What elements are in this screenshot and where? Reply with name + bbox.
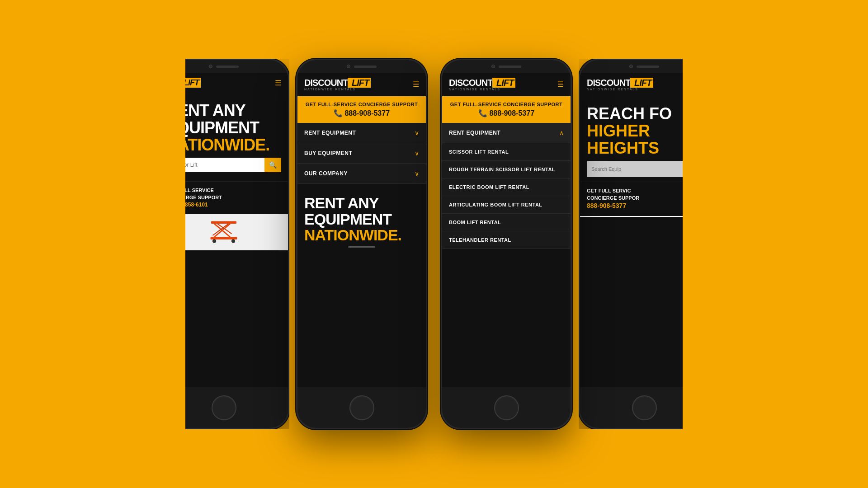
phone-4-top [580, 60, 708, 73]
concierge-text-4: GET FULL SERVIC CONCIERGE SUPPOR 888-908… [587, 188, 702, 210]
logo-wrap-3: DISCOUNT LIFT NATIONWIDE RENTALS [449, 78, 515, 91]
phone-3-bottom [442, 387, 571, 428]
phone-speaker-2 [354, 66, 377, 68]
phone-camera-2 [347, 65, 350, 68]
hamburger-icon-3[interactable]: ☰ [557, 81, 564, 88]
phone-speaker-4 [637, 66, 659, 68]
hamburger-icon-2[interactable]: ☰ [413, 81, 419, 88]
buy-equipment-label: BUY EQUIPMENT [304, 150, 352, 156]
hamburger-icon[interactable]: ☰ [275, 80, 281, 87]
chevron-company: ∨ [415, 170, 419, 177]
support-text-3: GET FULL-SERVICE CONCIERGE SUPPORT [449, 102, 564, 107]
menu-item-rent[interactable]: RENT EQUIPMENT ∨ [297, 123, 426, 143]
search-input-4[interactable] [587, 161, 686, 177]
articulating-boom-label: ARTICULATING BOOM LIFT RENTAL [449, 202, 564, 207]
submenu-electric-boom[interactable]: ELECTRIC BOOM LIFT RENTAL [442, 178, 571, 196]
logo-discount-3: DISCOUNT [449, 78, 492, 88]
phone-3-menu-expanded: RENT EQUIPMENT ∧ SCISSOR LIFT RENTAL ROU… [442, 123, 571, 249]
search-button[interactable]: 🔍 [264, 158, 281, 172]
equipment-image [160, 214, 288, 250]
hero-line2: EQUIPMENT [166, 119, 281, 136]
phone-number-2[interactable]: 📞 888-908-5377 [304, 109, 419, 117]
scroll-indicator-2 [348, 246, 375, 248]
phone-4-hero: REACH FO HIGHER HEIGHTS C [580, 96, 708, 182]
reach-text: REACH FO [587, 105, 702, 122]
submenu-rough-terrain[interactable]: ROUGH TERRAIN SCISSOR LIFT RENTAL [442, 161, 571, 178]
phone-number-4[interactable]: 888-908-5377 [587, 202, 702, 211]
svg-point-6 [212, 239, 216, 243]
logo-lift-2: LIFT [348, 78, 371, 88]
chevron-rent: ∨ [415, 129, 419, 136]
logo-lift: LIFT [180, 78, 201, 88]
phone-2-hero-text: RENT ANY EQUIPMENT NATIONWIDE. [304, 195, 419, 244]
phone-3: DISCOUNT LIFT NATIONWIDE RENTALS ☰ GET F… [441, 59, 572, 429]
phone-speaker [216, 66, 239, 68]
logo-sub-2: NATIONWIDE RENTALS [304, 88, 371, 91]
phone-1: NT LIFT ☰ RENT ANY EQUIPMENT NATIONWIDE.… [158, 59, 289, 429]
rent-equipment-label: RENT EQUIPMENT [304, 130, 356, 136]
search-input[interactable] [166, 158, 264, 172]
phone-4-screen: DISCOUNT LIFT NATIONWIDE RENTALS ☰ REACH… [580, 73, 708, 387]
higher-text: HIGHER [587, 122, 702, 140]
phone-3-nav: DISCOUNT LIFT NATIONWIDE RENTALS ☰ [442, 73, 571, 96]
phone-1-concierge: GET FULL SERVICE CONCIERGE SUPPORT 📞 844… [160, 181, 288, 214]
submenu-telehandler[interactable]: TELEHANDLER RENTAL [442, 231, 571, 249]
logo-lift-4: LIFT [630, 78, 653, 88]
phone-1-bottom [160, 387, 288, 428]
home-button-2[interactable] [349, 395, 374, 420]
boom-lift-label: BOOM LIFT RENTAL [449, 220, 564, 225]
chevron-buy: ∨ [415, 150, 419, 157]
home-button-4[interactable] [632, 395, 657, 420]
submenu-boom-lift[interactable]: BOOM LIFT RENTAL [442, 214, 571, 231]
phone-1-hero: RENT ANY EQUIPMENT NATIONWIDE. 🔍 [160, 93, 288, 181]
electric-boom-label: ELECTRIC BOOM LIFT RENTAL [449, 184, 564, 190]
logo-wrap-4: DISCOUNT LIFT NATIONWIDE RENTALS [587, 78, 653, 91]
chevron-up: ∧ [559, 129, 564, 136]
phone-4: DISCOUNT LIFT NATIONWIDE RENTALS ☰ REACH… [579, 59, 710, 429]
home-button[interactable] [212, 395, 236, 420]
search-button-4[interactable]: C [686, 161, 702, 177]
rent-equipment-active-label: RENT EQUIPMENT [449, 130, 500, 136]
submenu-articulating-boom[interactable]: ARTICULATING BOOM LIFT RENTAL [442, 196, 571, 214]
heights-text: HEIGHTS [587, 140, 702, 157]
rent-equipment-header[interactable]: RENT EQUIPMENT ∧ [442, 123, 571, 143]
support-text-2: GET FULL-SERVICE CONCIERGE SUPPORT [304, 102, 419, 107]
phone-1-screen: NT LIFT ☰ RENT ANY EQUIPMENT NATIONWIDE.… [160, 73, 288, 387]
concierge-text: GET FULL SERVICE CONCIERGE SUPPORT 📞 844… [166, 187, 281, 209]
rough-terrain-label: ROUGH TERRAIN SCISSOR LIFT RENTAL [449, 167, 564, 172]
divider-4 [580, 216, 708, 217]
logo-discount-4: DISCOUNT [587, 78, 630, 88]
phone-1-nav: NT LIFT ☰ [160, 73, 288, 93]
logo-wrap-2: DISCOUNT LIFT NATIONWIDE RENTALS [304, 78, 371, 91]
phone-camera [209, 65, 212, 68]
logo-discount-2: DISCOUNT [304, 78, 348, 88]
logo-lift-3: LIFT [492, 78, 515, 88]
phone-2-menu: RENT EQUIPMENT ∨ BUY EQUIPMENT ∨ OUR COM… [297, 123, 426, 184]
concierge-banner-2: GET FULL-SERVICE CONCIERGE SUPPORT 📞 888… [297, 96, 426, 123]
home-button-3[interactable] [494, 395, 519, 420]
logo-brand-2: DISCOUNT LIFT [304, 78, 371, 87]
logo-brand-3: DISCOUNT LIFT [449, 78, 515, 87]
phone-2-top [297, 60, 426, 73]
phone-speaker-3 [499, 66, 521, 68]
logo-sub-4: NATIONWIDE RENTALS [587, 88, 653, 91]
phone-number[interactable]: 844-858-6101 [174, 202, 208, 208]
scissor-lift-label: SCISSOR LIFT RENTAL [449, 149, 564, 155]
phone-2-hero: RENT ANY EQUIPMENT NATIONWIDE. [297, 184, 426, 262]
phone-camera-3 [491, 65, 495, 68]
phone-1-search: 🔍 [166, 158, 281, 172]
hamburger-icon-4[interactable]: ☰ [695, 81, 702, 88]
p2-hero-line2: EQUIPMENT [304, 211, 419, 228]
phone-number-3[interactable]: 📞 888-908-5377 [449, 109, 564, 117]
hero-line1: RENT ANY [166, 102, 281, 119]
logo-discount: NT [166, 78, 180, 88]
phone-2-screen: DISCOUNT LIFT NATIONWIDE RENTALS ☰ GET F… [297, 73, 426, 387]
menu-item-buy[interactable]: BUY EQUIPMENT ∨ [297, 143, 426, 164]
phone-2: DISCOUNT LIFT NATIONWIDE RENTALS ☰ GET F… [296, 59, 427, 429]
submenu-scissor-lift[interactable]: SCISSOR LIFT RENTAL [442, 143, 571, 161]
phone-4-bottom [580, 387, 708, 428]
our-company-label: OUR COMPANY [304, 170, 348, 177]
phone-camera-4 [629, 65, 633, 68]
menu-item-company[interactable]: OUR COMPANY ∨ [297, 164, 426, 184]
p2-hero-line1: RENT ANY [304, 195, 419, 211]
